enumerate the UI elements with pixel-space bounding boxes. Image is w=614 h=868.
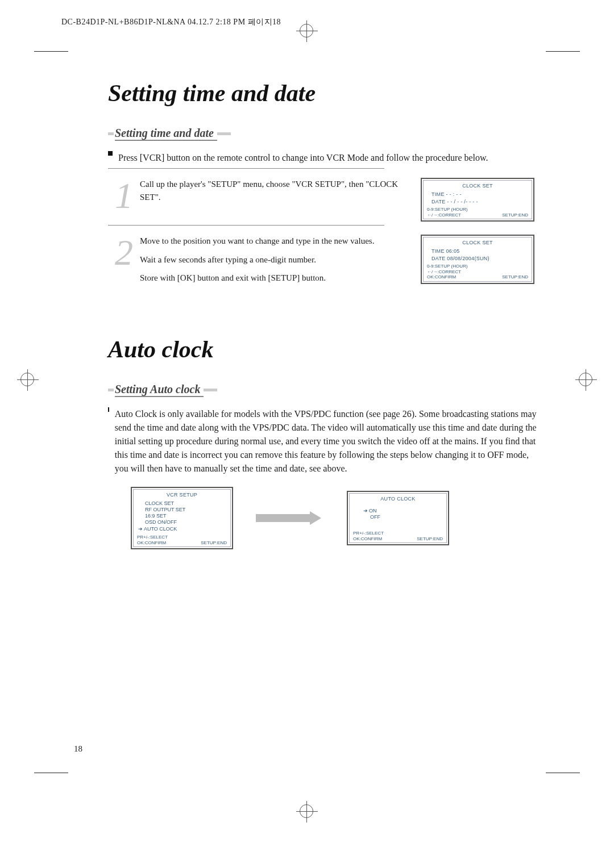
intro-bullet-1: Press [VCR] button on the remote control… [108, 151, 540, 165]
bullet-icon [108, 407, 109, 412]
step-number-1: 1 [108, 182, 140, 210]
section-heading-1: Setting time and date [108, 127, 540, 141]
crop-line [546, 51, 580, 52]
crop-mark-bottom [296, 801, 318, 823]
page-title-2: Auto clock [108, 336, 540, 363]
intro-bullet-2: Auto Clock is only available for models … [108, 407, 540, 475]
step-number-2: 2 [108, 239, 140, 266]
osd-clock-set-filled: CLOCK SET TIME 06:05 DATE 08/08/2004(SUN… [421, 235, 534, 284]
step-2-text: Move to the position you want to change … [140, 235, 404, 290]
print-header: DC-B24D1P-NL+B86D1P-NL&NA 04.12.7 2:18 P… [61, 17, 281, 27]
divider-line [108, 225, 384, 226]
osd-flow: VCR SETUP CLOCK SET RF OUTPUT SET 16:9 S… [131, 487, 540, 549]
osd-auto-clock: AUTO CLOCK ON OFF PR+/-:SELECT OK:CONFIR… [347, 491, 449, 546]
step-2: 2 Move to the position you want to chang… [108, 235, 404, 290]
registration-mark-left [17, 369, 39, 391]
osd-clock-set-empty: CLOCK SET TIME - - : - - DATE - - / - - … [421, 178, 534, 222]
page-number: 18 [74, 744, 82, 754]
bullet-icon [108, 151, 113, 156]
crop-mark-top [296, 20, 318, 42]
divider-line [108, 168, 384, 169]
crop-line [34, 51, 68, 52]
osd-vcr-setup: VCR SETUP CLOCK SET RF OUTPUT SET 16:9 S… [131, 487, 233, 549]
page-title-1: Setting time and date [108, 80, 540, 107]
step-1: 1 Call up the player's "SETUP" menu, cho… [108, 178, 404, 210]
crop-line [546, 773, 580, 773]
section-heading-2: Setting Auto clock [108, 383, 540, 397]
step-1-text: Call up the player's "SETUP" menu, choos… [140, 178, 404, 203]
crop-line [34, 773, 68, 773]
registration-mark-right [575, 369, 597, 391]
arrow-right-icon [256, 511, 324, 525]
